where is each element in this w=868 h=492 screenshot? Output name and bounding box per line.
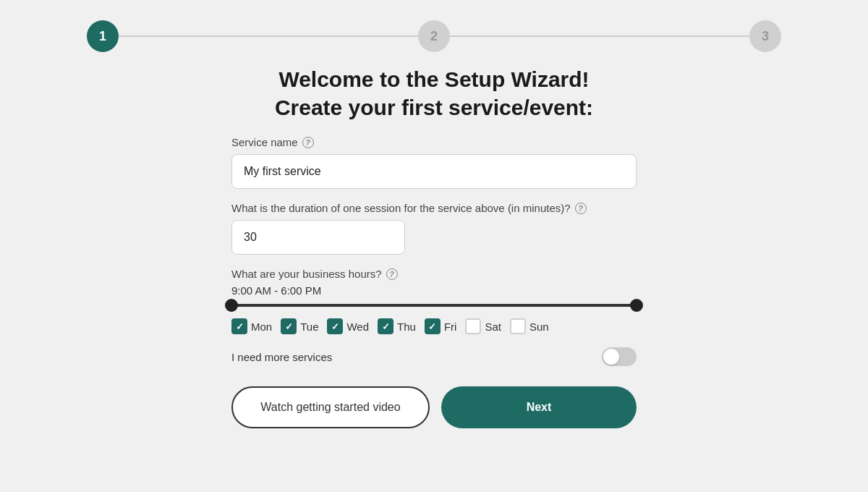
- slider-thumb-left[interactable]: [225, 299, 238, 312]
- duration-input[interactable]: [231, 220, 405, 255]
- step-3: 3: [749, 20, 781, 52]
- slider-thumb-right[interactable]: [630, 299, 643, 312]
- sat-label: Sat: [485, 321, 501, 333]
- hours-range-text: 9:00 AM - 6:00 PM: [231, 284, 321, 297]
- thu-checkbox[interactable]: [378, 318, 393, 334]
- wizard-title: Welcome to the Setup Wizard! Create your…: [231, 65, 637, 122]
- wed-checkbox[interactable]: [327, 318, 343, 334]
- step-line-2: [450, 35, 749, 37]
- step-bar: 1 2 3: [0, 0, 868, 52]
- toggle-knob: [603, 349, 619, 365]
- hours-slider[interactable]: [231, 304, 637, 307]
- footer-buttons: Watch getting started video Next: [231, 386, 637, 428]
- step-line-1: [119, 35, 418, 37]
- wed-label: Wed: [346, 321, 369, 333]
- more-services-toggle[interactable]: [602, 347, 637, 366]
- days-row: Mon Tue Wed Thu Fri Sat Sun: [231, 318, 549, 334]
- business-hours-label: What are your business hours? ?: [231, 268, 398, 280]
- mon-checkbox[interactable]: [231, 318, 247, 334]
- watch-video-button[interactable]: Watch getting started video: [231, 386, 430, 428]
- duration-help-icon[interactable]: ?: [575, 203, 587, 214]
- fri-label: Fri: [444, 321, 457, 333]
- next-button[interactable]: Next: [441, 386, 637, 428]
- service-name-help-icon[interactable]: ?: [302, 137, 314, 148]
- day-mon[interactable]: Mon: [231, 318, 272, 334]
- day-wed[interactable]: Wed: [327, 318, 369, 334]
- day-sat[interactable]: Sat: [465, 318, 501, 334]
- day-tue[interactable]: Tue: [281, 318, 318, 334]
- slider-track: [231, 304, 637, 307]
- service-name-input[interactable]: [231, 154, 637, 189]
- sun-checkbox[interactable]: [510, 318, 526, 334]
- business-hours-help-icon[interactable]: ?: [386, 268, 398, 280]
- sat-checkbox[interactable]: [465, 318, 481, 334]
- service-name-label: Service name ?: [231, 136, 314, 148]
- more-services-row: I need more services: [231, 347, 637, 366]
- day-thu[interactable]: Thu: [378, 318, 416, 334]
- sun-label: Sun: [529, 321, 549, 333]
- more-services-label: I need more services: [231, 351, 332, 363]
- slider-active-fill: [231, 304, 637, 307]
- day-sun[interactable]: Sun: [510, 318, 549, 334]
- fri-checkbox[interactable]: [425, 318, 441, 334]
- mon-label: Mon: [251, 321, 272, 333]
- duration-label: What is the duration of one session for …: [231, 202, 587, 214]
- tue-label: Tue: [300, 321, 318, 333]
- step-2: 2: [418, 20, 450, 52]
- step-1: 1: [87, 20, 119, 52]
- main-content: Welcome to the Setup Wizard! Create your…: [231, 65, 637, 383]
- thu-label: Thu: [397, 321, 416, 333]
- day-fri[interactable]: Fri: [425, 318, 457, 334]
- tue-checkbox[interactable]: [281, 318, 297, 334]
